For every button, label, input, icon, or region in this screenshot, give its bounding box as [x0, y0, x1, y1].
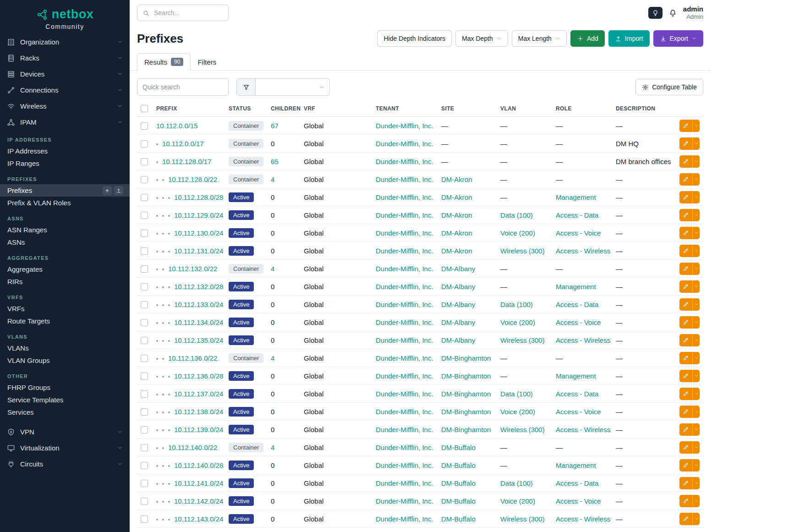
vlan-link[interactable]: Wireless (300) — [500, 426, 545, 433]
site-link[interactable]: DM-Binghamton — [441, 390, 491, 398]
row-checkbox[interactable] — [141, 516, 148, 523]
sidebar-item-route-targets[interactable]: Route Targets — [0, 315, 130, 327]
site-link[interactable]: DM-Akron — [441, 247, 472, 255]
edit-button[interactable] — [679, 370, 700, 382]
sidebar-item-aggregates[interactable]: Aggregates — [0, 263, 130, 275]
prefix-link[interactable]: 10.112.132.0/22 — [168, 265, 217, 273]
tenant-link[interactable]: Dunder-Mifflin, Inc. — [376, 372, 433, 380]
role-link[interactable]: Access - Voice — [556, 229, 601, 237]
site-link[interactable]: DM-Binghamton — [441, 372, 491, 380]
children-link[interactable]: 4 — [271, 176, 274, 183]
site-link[interactable]: DM-Albany — [441, 301, 475, 308]
prefix-link[interactable]: 10.112.139.0/24 — [174, 426, 223, 433]
tenant-link[interactable]: Dunder-Mifflin, Inc. — [376, 461, 433, 469]
site-link[interactable]: DM-Albany — [441, 336, 475, 344]
tenant-link[interactable]: Dunder-Mifflin, Inc. — [376, 229, 433, 237]
add-mini-button[interactable] — [103, 186, 112, 195]
tenant-link[interactable]: Dunder-Mifflin, Inc. — [376, 176, 433, 183]
quick-search-input[interactable] — [137, 78, 229, 96]
sidebar-item-vlans[interactable]: VLANs — [0, 342, 130, 354]
role-link[interactable]: Management — [556, 461, 596, 469]
prefix-link[interactable]: 10.112.128.0/28 — [174, 193, 223, 201]
sidebar-item-vlan-groups[interactable]: VLAN Groups — [0, 354, 130, 367]
row-checkbox[interactable] — [141, 122, 148, 130]
edit-button[interactable] — [679, 459, 700, 472]
edit-button[interactable] — [679, 406, 700, 418]
edit-dropdown-caret[interactable] — [692, 352, 700, 364]
prefix-link[interactable]: 10.112.130.0/24 — [174, 229, 223, 237]
site-link[interactable]: DM-Akron — [441, 229, 472, 237]
saved-filter-select[interactable] — [256, 78, 330, 96]
edit-button[interactable] — [679, 137, 700, 150]
vlan-link[interactable]: Voice (200) — [500, 229, 535, 237]
edit-dropdown-caret[interactable] — [692, 137, 700, 150]
edit-dropdown-caret[interactable] — [692, 441, 700, 454]
sidebar-item-ipam[interactable]: IPAM — [0, 114, 130, 130]
tenant-link[interactable]: Dunder-Mifflin, Inc. — [376, 336, 433, 344]
sidebar-item-racks[interactable]: Racks — [0, 50, 130, 66]
user-menu[interactable]: admin Admin — [683, 5, 703, 21]
vlan-link[interactable]: Data (100) — [500, 211, 533, 219]
edit-button[interactable] — [679, 191, 700, 203]
tenant-link[interactable]: Dunder-Mifflin, Inc. — [376, 122, 433, 130]
row-checkbox[interactable] — [141, 283, 148, 291]
row-checkbox[interactable] — [141, 194, 148, 201]
max-length-dropdown[interactable]: Max Length — [512, 30, 567, 47]
select-all-checkbox[interactable] — [141, 105, 148, 112]
row-checkbox[interactable] — [141, 355, 148, 362]
prefix-link[interactable]: 10.112.141.0/24 — [174, 479, 223, 487]
children-link[interactable]: 65 — [271, 158, 279, 165]
edit-dropdown-caret[interactable] — [692, 334, 700, 346]
configure-table-button[interactable]: Configure Table — [635, 79, 703, 95]
edit-dropdown-caret[interactable] — [692, 173, 700, 186]
role-link[interactable]: Management — [556, 283, 596, 291]
column-header-description[interactable]: DESCRIPTION — [612, 101, 677, 117]
import-mini-button[interactable] — [114, 186, 123, 195]
role-link[interactable]: Access - Wireless — [556, 426, 610, 433]
vlan-link[interactable]: Wireless (300) — [500, 336, 545, 344]
edit-button[interactable] — [679, 280, 700, 293]
sidebar-item-services[interactable]: Services — [0, 406, 130, 418]
row-checkbox[interactable] — [141, 444, 148, 451]
tenant-link[interactable]: Dunder-Mifflin, Inc. — [376, 426, 433, 433]
prefix-link[interactable]: 10.112.0.0/17 — [162, 140, 204, 148]
prefix-link[interactable]: 10.112.136.0/28 — [174, 372, 223, 380]
vlan-link[interactable]: Data (100) — [500, 301, 533, 308]
edit-dropdown-caret[interactable] — [692, 191, 700, 203]
sidebar-item-organization[interactable]: Organization — [0, 34, 130, 50]
sidebar-item-asns[interactable]: ASNs — [0, 236, 130, 248]
role-link[interactable]: Access - Voice — [556, 408, 601, 416]
prefix-link[interactable]: 10.112.142.0/24 — [174, 497, 223, 505]
row-checkbox[interactable] — [141, 462, 148, 469]
site-link[interactable]: DM-Buffalo — [441, 444, 476, 451]
vlan-link[interactable]: Voice (200) — [500, 497, 535, 505]
children-link[interactable]: 4 — [271, 354, 274, 362]
edit-button[interactable] — [679, 227, 700, 239]
column-header-site[interactable]: SITE — [438, 101, 497, 117]
max-depth-dropdown[interactable]: Max Depth — [455, 30, 508, 47]
prefix-link[interactable]: 10.112.131.0/24 — [174, 247, 223, 255]
edit-dropdown-caret[interactable] — [692, 245, 700, 257]
prefix-link[interactable]: 10.112.137.0/24 — [174, 390, 223, 398]
column-header-tenant[interactable]: TENANT — [372, 101, 438, 117]
role-link[interactable]: Access - Wireless — [556, 247, 610, 255]
edit-dropdown-caret[interactable] — [692, 209, 700, 221]
edit-dropdown-caret[interactable] — [692, 513, 700, 525]
role-link[interactable]: Access - Wireless — [556, 515, 610, 523]
sidebar-item-devices[interactable]: Devices — [0, 66, 130, 82]
site-link[interactable]: DM-Buffalo — [441, 479, 476, 487]
edit-dropdown-caret[interactable] — [692, 316, 700, 329]
tenant-link[interactable]: Dunder-Mifflin, Inc. — [376, 283, 433, 291]
sidebar-item-prefixes[interactable]: Prefixes — [0, 184, 130, 197]
prefix-link[interactable]: 10.112.135.0/24 — [174, 336, 223, 344]
vlan-link[interactable]: Data (100) — [500, 390, 533, 398]
site-link[interactable]: DM-Akron — [441, 176, 472, 183]
brand[interactable]: netbox Community — [0, 0, 130, 34]
vlan-link[interactable]: Data (100) — [500, 479, 533, 487]
edit-dropdown-caret[interactable] — [692, 477, 700, 489]
prefix-link[interactable]: 10.112.138.0/24 — [174, 408, 223, 416]
theme-toggle-button[interactable] — [648, 7, 663, 19]
column-header-vlan[interactable]: VLAN — [497, 101, 552, 117]
edit-dropdown-caret[interactable] — [692, 227, 700, 239]
role-link[interactable]: Access - Wireless — [556, 336, 610, 344]
